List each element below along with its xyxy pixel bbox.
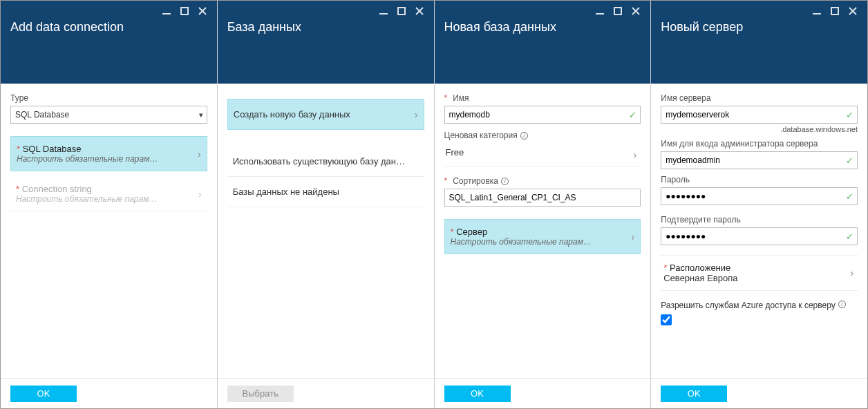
- server-tile-title: Сервер: [451, 227, 621, 237]
- maximize-icon[interactable]: [613, 6, 623, 16]
- type-label: Type: [10, 93, 207, 103]
- chevron-right-icon: ›: [632, 231, 635, 242]
- blade-footer: OK: [1, 378, 217, 408]
- no-db-found-note: Базы данных не найдены: [227, 177, 424, 207]
- info-icon[interactable]: i: [520, 132, 528, 140]
- sql-database-subtitle: Настроить обязательные парам…: [17, 154, 187, 164]
- blade-new-server: Новый сервер Имя сервера ✓ .database.win…: [651, 1, 867, 408]
- blade-footer: OK: [651, 378, 867, 408]
- minimize-icon[interactable]: [379, 6, 388, 16]
- info-icon[interactable]: i: [501, 178, 509, 185]
- blade-new-database: Новая база данных Имя ✓ Ценовая категори…: [435, 1, 652, 408]
- blade-database: База данных Создать новую базу данных › …: [218, 1, 435, 408]
- use-existing-db-option[interactable]: Использовать существующую базу дан…: [227, 146, 424, 177]
- azure-blades-container: Add data connection Type SQL Database ▾ …: [0, 0, 868, 409]
- connection-string-title: Connection string: [16, 184, 188, 194]
- ok-button[interactable]: OK: [10, 386, 77, 402]
- minimize-icon[interactable]: [812, 6, 822, 16]
- password-label: Пароль: [661, 175, 858, 184]
- blade-footer: OK: [435, 378, 651, 408]
- collation-input[interactable]: [444, 189, 641, 207]
- sql-database-title: SQL Database: [17, 144, 187, 154]
- blade-body: Type SQL Database ▾ SQL Database Настрои…: [1, 84, 217, 378]
- maximize-icon[interactable]: [830, 6, 840, 16]
- admin-login-input[interactable]: [661, 151, 858, 169]
- db-name-input[interactable]: [444, 106, 641, 124]
- blade-body: Создать новую базу данных › Использовать…: [218, 84, 434, 378]
- select-button: Выбрать: [227, 386, 294, 402]
- location-selector[interactable]: Расположение Северная Европа ›: [661, 255, 858, 291]
- minimize-icon[interactable]: [595, 6, 605, 16]
- type-select[interactable]: SQL Database: [10, 106, 207, 124]
- create-new-db-option[interactable]: Создать новую базу данных ›: [227, 99, 424, 130]
- password-input[interactable]: [661, 187, 858, 205]
- svg-rect-9: [614, 8, 621, 15]
- minimize-icon[interactable]: [162, 6, 171, 16]
- chevron-right-icon: ›: [198, 149, 201, 160]
- db-name-label: Имя: [444, 93, 641, 103]
- location-label: Расположение: [663, 263, 838, 273]
- admin-login-label: Имя для входа администратора сервера: [661, 139, 858, 149]
- window-controls: [10, 6, 207, 17]
- pricing-value: Free: [446, 147, 464, 158]
- connection-string-tile[interactable]: Connection string Настроить обязательные…: [10, 177, 207, 211]
- chevron-right-icon: ›: [415, 109, 418, 120]
- svg-rect-5: [398, 8, 405, 15]
- blade-body: Имя сервера ✓ .database.windows.net Имя …: [651, 84, 867, 378]
- close-icon[interactable]: [415, 6, 424, 16]
- chevron-right-icon: ›: [634, 149, 637, 160]
- ok-button[interactable]: OK: [444, 386, 511, 402]
- confirm-password-input[interactable]: [661, 227, 858, 245]
- allow-azure-row: Разрешить службам Azure доступа к сервер…: [661, 301, 858, 310]
- pricing-tier-selector[interactable]: Free ›: [444, 143, 641, 167]
- connection-string-subtitle: Настроить обязательные парам…: [16, 194, 188, 204]
- chevron-right-icon: ›: [850, 267, 853, 278]
- location-value: Северная Европа: [663, 273, 838, 283]
- server-name-input[interactable]: [661, 106, 858, 124]
- sql-database-tile[interactable]: SQL Database Настроить обязательные пара…: [10, 136, 207, 171]
- svg-rect-13: [831, 8, 838, 15]
- pricing-label: Ценовая категория i: [444, 131, 641, 140]
- blade-header: Add data connection: [1, 1, 217, 84]
- blade-title: Add data connection: [10, 20, 207, 35]
- close-icon[interactable]: [848, 6, 858, 16]
- server-tile[interactable]: Сервер Настроить обязательные парам… ›: [444, 219, 641, 254]
- close-icon[interactable]: [198, 6, 207, 16]
- close-icon[interactable]: [631, 6, 641, 16]
- window-controls: [444, 6, 641, 17]
- blade-title: Новая база данных: [444, 20, 641, 35]
- blade-header: Новая база данных: [435, 1, 651, 84]
- svg-rect-1: [181, 8, 188, 15]
- server-name-label: Имя сервера: [661, 93, 858, 103]
- confirm-password-label: Подтвердите пароль: [661, 215, 858, 225]
- allow-azure-label: Разрешить службам Azure доступа к сервер…: [661, 301, 835, 310]
- blade-body: Имя ✓ Ценовая категория i Free › Сортиро…: [435, 84, 651, 378]
- chevron-right-icon: ›: [198, 189, 202, 200]
- window-controls: [661, 6, 858, 17]
- window-controls: [227, 6, 424, 17]
- maximize-icon[interactable]: [180, 6, 189, 16]
- blade-header: Новый сервер: [651, 1, 867, 84]
- create-new-db-label: Создать новую базу данных: [234, 109, 350, 120]
- server-tile-subtitle: Настроить обязательные парам…: [451, 237, 621, 247]
- blade-title: База данных: [227, 20, 424, 35]
- type-select-wrap: SQL Database ▾: [10, 106, 207, 124]
- blade-add-data-connection: Add data connection Type SQL Database ▾ …: [1, 1, 218, 408]
- allow-azure-checkbox[interactable]: [661, 314, 672, 325]
- blade-header: База данных: [218, 1, 434, 84]
- collation-label: Сортировка i: [444, 176, 641, 186]
- ok-button[interactable]: OK: [661, 386, 727, 402]
- info-icon[interactable]: i: [838, 301, 846, 308]
- blade-title: Новый сервер: [661, 20, 858, 35]
- blade-footer: Выбрать: [218, 378, 434, 408]
- server-name-suffix: .database.windows.net: [661, 125, 858, 133]
- maximize-icon[interactable]: [397, 6, 406, 16]
